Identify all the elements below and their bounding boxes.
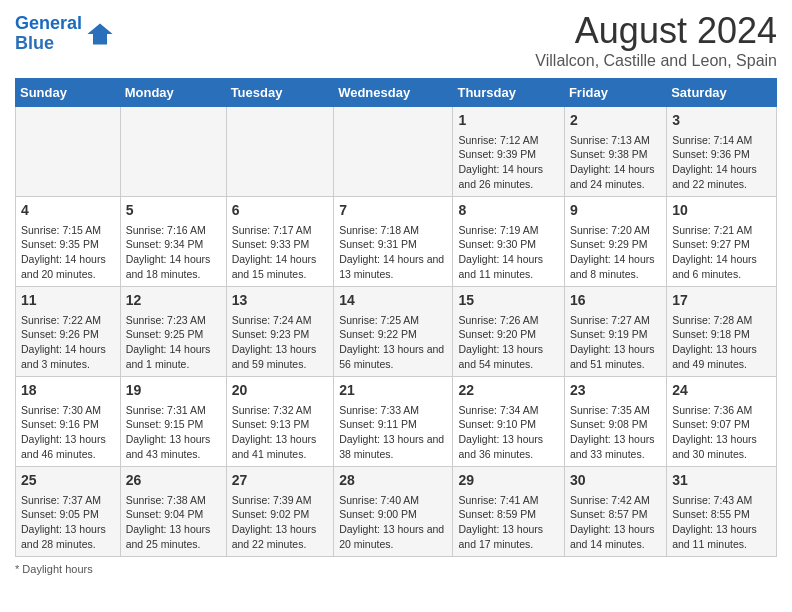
day-number: 2 bbox=[570, 111, 661, 131]
day-number: 12 bbox=[126, 291, 221, 311]
day-number: 27 bbox=[232, 471, 329, 491]
day-number: 31 bbox=[672, 471, 771, 491]
day-info: Sunrise: 7:39 AM Sunset: 9:02 PM Dayligh… bbox=[232, 493, 329, 552]
day-number: 18 bbox=[21, 381, 115, 401]
day-info: Sunrise: 7:12 AM Sunset: 9:39 PM Dayligh… bbox=[458, 133, 558, 192]
week-row-2: 4Sunrise: 7:15 AM Sunset: 9:35 PM Daylig… bbox=[16, 197, 777, 287]
day-info: Sunrise: 7:40 AM Sunset: 9:00 PM Dayligh… bbox=[339, 493, 447, 552]
calendar-cell: 5Sunrise: 7:16 AM Sunset: 9:34 PM Daylig… bbox=[120, 197, 226, 287]
calendar-cell bbox=[334, 107, 453, 197]
logo-text: GeneralBlue bbox=[15, 14, 82, 54]
day-info: Sunrise: 7:16 AM Sunset: 9:34 PM Dayligh… bbox=[126, 223, 221, 282]
logo-icon bbox=[86, 20, 114, 48]
day-number: 17 bbox=[672, 291, 771, 311]
day-number: 3 bbox=[672, 111, 771, 131]
calendar-cell: 11Sunrise: 7:22 AM Sunset: 9:26 PM Dayli… bbox=[16, 287, 121, 377]
calendar-cell: 20Sunrise: 7:32 AM Sunset: 9:13 PM Dayli… bbox=[226, 377, 334, 467]
title-area: August 2024 Villalcon, Castille and Leon… bbox=[535, 10, 777, 70]
calendar-cell: 10Sunrise: 7:21 AM Sunset: 9:27 PM Dayli… bbox=[667, 197, 777, 287]
calendar-cell bbox=[226, 107, 334, 197]
calendar-cell: 16Sunrise: 7:27 AM Sunset: 9:19 PM Dayli… bbox=[564, 287, 666, 377]
calendar-cell: 24Sunrise: 7:36 AM Sunset: 9:07 PM Dayli… bbox=[667, 377, 777, 467]
calendar-cell: 29Sunrise: 7:41 AM Sunset: 8:59 PM Dayli… bbox=[453, 467, 564, 557]
day-info: Sunrise: 7:34 AM Sunset: 9:10 PM Dayligh… bbox=[458, 403, 558, 462]
day-info: Sunrise: 7:18 AM Sunset: 9:31 PM Dayligh… bbox=[339, 223, 447, 282]
day-number: 26 bbox=[126, 471, 221, 491]
day-number: 21 bbox=[339, 381, 447, 401]
day-number: 5 bbox=[126, 201, 221, 221]
day-info: Sunrise: 7:27 AM Sunset: 9:19 PM Dayligh… bbox=[570, 313, 661, 372]
calendar-cell: 23Sunrise: 7:35 AM Sunset: 9:08 PM Dayli… bbox=[564, 377, 666, 467]
calendar-cell: 22Sunrise: 7:34 AM Sunset: 9:10 PM Dayli… bbox=[453, 377, 564, 467]
subtitle: Villalcon, Castille and Leon, Spain bbox=[535, 52, 777, 70]
day-info: Sunrise: 7:14 AM Sunset: 9:36 PM Dayligh… bbox=[672, 133, 771, 192]
day-number: 25 bbox=[21, 471, 115, 491]
day-number: 22 bbox=[458, 381, 558, 401]
calendar-cell: 1Sunrise: 7:12 AM Sunset: 9:39 PM Daylig… bbox=[453, 107, 564, 197]
logo: GeneralBlue bbox=[15, 14, 114, 54]
day-number: 9 bbox=[570, 201, 661, 221]
calendar-cell: 30Sunrise: 7:42 AM Sunset: 8:57 PM Dayli… bbox=[564, 467, 666, 557]
calendar-cell: 31Sunrise: 7:43 AM Sunset: 8:55 PM Dayli… bbox=[667, 467, 777, 557]
day-info: Sunrise: 7:33 AM Sunset: 9:11 PM Dayligh… bbox=[339, 403, 447, 462]
week-row-3: 11Sunrise: 7:22 AM Sunset: 9:26 PM Dayli… bbox=[16, 287, 777, 377]
day-number: 24 bbox=[672, 381, 771, 401]
calendar-cell: 26Sunrise: 7:38 AM Sunset: 9:04 PM Dayli… bbox=[120, 467, 226, 557]
day-info: Sunrise: 7:32 AM Sunset: 9:13 PM Dayligh… bbox=[232, 403, 329, 462]
calendar-cell bbox=[16, 107, 121, 197]
day-number: 7 bbox=[339, 201, 447, 221]
day-info: Sunrise: 7:37 AM Sunset: 9:05 PM Dayligh… bbox=[21, 493, 115, 552]
day-info: Sunrise: 7:28 AM Sunset: 9:18 PM Dayligh… bbox=[672, 313, 771, 372]
day-header-saturday: Saturday bbox=[667, 79, 777, 107]
calendar-cell: 8Sunrise: 7:19 AM Sunset: 9:30 PM Daylig… bbox=[453, 197, 564, 287]
day-info: Sunrise: 7:23 AM Sunset: 9:25 PM Dayligh… bbox=[126, 313, 221, 372]
day-info: Sunrise: 7:26 AM Sunset: 9:20 PM Dayligh… bbox=[458, 313, 558, 372]
calendar-cell: 13Sunrise: 7:24 AM Sunset: 9:23 PM Dayli… bbox=[226, 287, 334, 377]
day-number: 23 bbox=[570, 381, 661, 401]
calendar-cell: 15Sunrise: 7:26 AM Sunset: 9:20 PM Dayli… bbox=[453, 287, 564, 377]
week-row-4: 18Sunrise: 7:30 AM Sunset: 9:16 PM Dayli… bbox=[16, 377, 777, 467]
calendar-cell: 25Sunrise: 7:37 AM Sunset: 9:05 PM Dayli… bbox=[16, 467, 121, 557]
day-number: 15 bbox=[458, 291, 558, 311]
days-header-row: SundayMondayTuesdayWednesdayThursdayFrid… bbox=[16, 79, 777, 107]
day-info: Sunrise: 7:38 AM Sunset: 9:04 PM Dayligh… bbox=[126, 493, 221, 552]
day-number: 14 bbox=[339, 291, 447, 311]
day-header-friday: Friday bbox=[564, 79, 666, 107]
calendar-cell: 21Sunrise: 7:33 AM Sunset: 9:11 PM Dayli… bbox=[334, 377, 453, 467]
calendar-cell: 14Sunrise: 7:25 AM Sunset: 9:22 PM Dayli… bbox=[334, 287, 453, 377]
day-info: Sunrise: 7:25 AM Sunset: 9:22 PM Dayligh… bbox=[339, 313, 447, 372]
day-info: Sunrise: 7:20 AM Sunset: 9:29 PM Dayligh… bbox=[570, 223, 661, 282]
calendar-cell: 3Sunrise: 7:14 AM Sunset: 9:36 PM Daylig… bbox=[667, 107, 777, 197]
calendar-cell: 18Sunrise: 7:30 AM Sunset: 9:16 PM Dayli… bbox=[16, 377, 121, 467]
day-number: 13 bbox=[232, 291, 329, 311]
calendar-cell bbox=[120, 107, 226, 197]
day-number: 16 bbox=[570, 291, 661, 311]
day-header-tuesday: Tuesday bbox=[226, 79, 334, 107]
calendar-cell: 17Sunrise: 7:28 AM Sunset: 9:18 PM Dayli… bbox=[667, 287, 777, 377]
day-header-sunday: Sunday bbox=[16, 79, 121, 107]
day-info: Sunrise: 7:31 AM Sunset: 9:15 PM Dayligh… bbox=[126, 403, 221, 462]
calendar-cell: 28Sunrise: 7:40 AM Sunset: 9:00 PM Dayli… bbox=[334, 467, 453, 557]
day-header-thursday: Thursday bbox=[453, 79, 564, 107]
day-number: 1 bbox=[458, 111, 558, 131]
day-info: Sunrise: 7:22 AM Sunset: 9:26 PM Dayligh… bbox=[21, 313, 115, 372]
day-number: 4 bbox=[21, 201, 115, 221]
week-row-5: 25Sunrise: 7:37 AM Sunset: 9:05 PM Dayli… bbox=[16, 467, 777, 557]
day-info: Sunrise: 7:17 AM Sunset: 9:33 PM Dayligh… bbox=[232, 223, 329, 282]
day-number: 8 bbox=[458, 201, 558, 221]
calendar-cell: 27Sunrise: 7:39 AM Sunset: 9:02 PM Dayli… bbox=[226, 467, 334, 557]
day-header-wednesday: Wednesday bbox=[334, 79, 453, 107]
calendar-cell: 2Sunrise: 7:13 AM Sunset: 9:38 PM Daylig… bbox=[564, 107, 666, 197]
day-number: 20 bbox=[232, 381, 329, 401]
day-info: Sunrise: 7:42 AM Sunset: 8:57 PM Dayligh… bbox=[570, 493, 661, 552]
footer-note: * Daylight hours bbox=[15, 563, 777, 575]
day-number: 10 bbox=[672, 201, 771, 221]
calendar-cell: 12Sunrise: 7:23 AM Sunset: 9:25 PM Dayli… bbox=[120, 287, 226, 377]
day-info: Sunrise: 7:41 AM Sunset: 8:59 PM Dayligh… bbox=[458, 493, 558, 552]
day-info: Sunrise: 7:43 AM Sunset: 8:55 PM Dayligh… bbox=[672, 493, 771, 552]
week-row-1: 1Sunrise: 7:12 AM Sunset: 9:39 PM Daylig… bbox=[16, 107, 777, 197]
day-number: 29 bbox=[458, 471, 558, 491]
calendar-table: SundayMondayTuesdayWednesdayThursdayFrid… bbox=[15, 78, 777, 557]
day-number: 6 bbox=[232, 201, 329, 221]
day-info: Sunrise: 7:24 AM Sunset: 9:23 PM Dayligh… bbox=[232, 313, 329, 372]
